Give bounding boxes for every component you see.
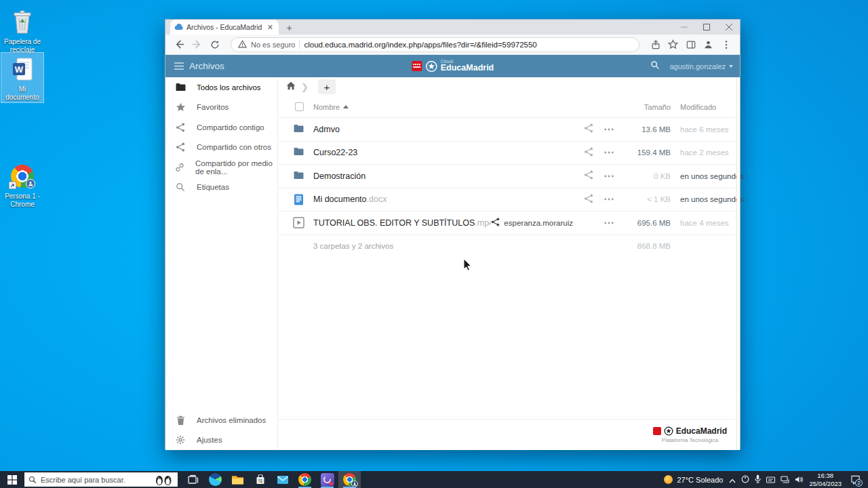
column-header-name[interactable]: Nombre	[313, 103, 578, 111]
username-label: agustin.gonzalez	[669, 62, 726, 70]
sidebar-item-compartido-con-otros[interactable]: Compartido con otros	[165, 138, 277, 158]
window-close-button[interactable]	[717, 20, 740, 35]
obs-tray-icon[interactable]	[741, 474, 749, 486]
back-icon[interactable]	[172, 37, 186, 52]
menu-hamburger-icon[interactable]	[174, 60, 184, 73]
column-header-size[interactable]: Tamaño	[619, 103, 671, 111]
column-header-modified[interactable]: Modificado	[671, 103, 736, 111]
sidebar-item-compartido-contigo[interactable]: Compartido contigo	[165, 117, 277, 138]
browser-menu-icon[interactable]	[719, 37, 733, 52]
sun-icon	[664, 475, 673, 484]
share-button[interactable]	[578, 147, 599, 159]
scrollbar[interactable]	[736, 77, 740, 450]
forward-icon[interactable]	[190, 37, 204, 52]
desktop-icon-chrome-profile[interactable]: Persona 1 - Chrome	[1, 160, 43, 209]
table-row[interactable]: TUTORIAL OBS. EDITOR Y SUBTÍTULOS.mp4esp…	[278, 211, 740, 235]
sidebar-item-label: Todos los archivos	[197, 83, 261, 92]
file-size: 695.6 MB	[619, 219, 671, 227]
home-icon[interactable]	[286, 81, 296, 93]
taskbar-search-input[interactable]: Escribe aquí para buscar.	[24, 472, 178, 487]
window-maximize-button[interactable]	[695, 20, 717, 35]
bookmark-star-icon[interactable]	[666, 37, 680, 52]
share-page-icon[interactable]	[648, 37, 663, 52]
taskbar-weather[interactable]: 27°C Soleado	[664, 475, 723, 484]
table-row[interactable]: Admvo13.6 MBhace 6 meses	[278, 118, 740, 142]
sidebar-item-ajustes[interactable]: Ajustes	[165, 430, 277, 451]
weather-temp: 27°C	[677, 476, 694, 484]
url-text: cloud.educa.madrid.org/index.php/apps/fi…	[304, 41, 536, 49]
side-panel-icon[interactable]	[684, 37, 698, 52]
action-center-button[interactable]: 2	[848, 471, 863, 488]
more-actions-button[interactable]	[599, 198, 619, 201]
volume-tray-icon[interactable]	[795, 474, 803, 486]
more-actions-button[interactable]	[599, 128, 619, 131]
new-tab-button[interactable]: +	[283, 22, 295, 33]
more-actions-button[interactable]	[599, 222, 619, 224]
more-actions-button[interactable]	[599, 175, 619, 178]
browser-toolbar: No es seguro cloud.educa.madrid.org/inde…	[165, 35, 740, 55]
folder-icon	[283, 171, 313, 182]
keyboard-language-tray-icon[interactable]	[766, 474, 775, 486]
taskbar-edge-button[interactable]	[204, 471, 226, 488]
folder-icon	[283, 124, 313, 135]
file-modified: hace 2 meses	[671, 148, 736, 157]
user-menu[interactable]: agustin.gonzalez	[669, 62, 733, 70]
sidebar-item-favoritos[interactable]: Favoritos	[165, 98, 277, 118]
taskbar-store-button[interactable]	[249, 471, 271, 488]
sidebar-item-label: Favoritos	[197, 103, 229, 111]
table-row[interactable]: Mi documento.docx< 1 KBen unos segundos	[278, 188, 740, 212]
taskbar-file-explorer-button[interactable]	[226, 471, 249, 488]
tag-icon	[175, 182, 186, 192]
network-tray-icon[interactable]	[781, 474, 789, 486]
folder-icon	[283, 147, 313, 158]
reload-icon[interactable]	[208, 37, 222, 52]
trash-icon	[175, 415, 186, 425]
chrome-profile-icon	[2, 162, 43, 190]
table-row[interactable]: Demostración0 KBen unos segundos	[278, 165, 740, 188]
sidebar-item-etiquetas[interactable]: Etiquetas	[165, 178, 277, 198]
educamadrid-circle-icon	[664, 426, 673, 436]
show-hidden-icons-chevron[interactable]	[729, 474, 736, 486]
tab-close-icon[interactable]: ✕	[266, 23, 275, 32]
taskbar-clock[interactable]: 16:38 25/04/2023	[809, 472, 842, 488]
share-button[interactable]	[578, 194, 599, 205]
sidebar-item-compartido-por-medio-de-enla[interactable]: Compartido por medio de enla...	[165, 157, 277, 178]
more-actions-button[interactable]	[599, 151, 619, 154]
taskbar-mail-button[interactable]	[271, 471, 294, 488]
clock-time: 16:38	[809, 472, 842, 480]
share-icon	[491, 218, 500, 228]
new-file-button[interactable]: +	[318, 79, 336, 94]
window-minimize-button[interactable]	[673, 20, 695, 35]
share-icon	[175, 123, 186, 132]
breadcrumb: ❯ +	[278, 77, 740, 96]
file-table-header: Nombre Tamaño Modificado	[278, 96, 740, 118]
document-icon	[283, 194, 313, 205]
share-button[interactable]	[578, 170, 599, 182]
breadcrumb-chevron-icon: ❯	[301, 82, 309, 92]
sidebar-item-archivos-eliminados[interactable]: Archivos eliminados	[165, 410, 277, 430]
shared-by-name: esperanza.moraruiz	[504, 219, 573, 227]
desktop-icon-word-doc[interactable]: W Mi documento	[1, 53, 43, 102]
search-highlight-penguins-icon	[153, 474, 174, 486]
taskbar-chrome-profile-button[interactable]	[338, 471, 361, 488]
taskbar-chrome-button[interactable]	[294, 471, 316, 488]
browser-tab[interactable]: Archivos - EducaMadrid Cloud ✕	[170, 20, 279, 35]
browser-titlebar[interactable]: Archivos - EducaMadrid Cloud ✕ +	[165, 20, 740, 35]
desktop-icon-recycle-bin[interactable]: Papelera de reciclaje	[1, 5, 43, 55]
summary-count: 3 carpetas y 2 archivos	[313, 242, 578, 250]
address-bar[interactable]: No es seguro cloud.educa.madrid.org/inde…	[231, 37, 639, 52]
share-button[interactable]	[578, 123, 599, 135]
table-row[interactable]: Curso22-23159.4 MBhace 2 meses	[278, 142, 740, 165]
sidebar-item-todos-los-archivos[interactable]: Todos los archivos	[165, 77, 277, 98]
shared-with-label[interactable]: esperanza.moraruiz	[491, 218, 578, 228]
microphone-tray-icon[interactable]	[755, 474, 761, 486]
file-name: Curso22-23	[313, 148, 578, 157]
search-icon[interactable]	[650, 60, 660, 73]
notification-count-badge: 2	[855, 479, 863, 487]
taskbar-task-view-button[interactable]	[182, 471, 204, 488]
start-button[interactable]	[0, 471, 24, 488]
select-all-checkbox[interactable]	[295, 102, 304, 111]
taskbar-recorder-button[interactable]	[316, 471, 338, 488]
gear-icon	[175, 435, 186, 445]
profile-avatar-icon[interactable]	[701, 37, 715, 52]
